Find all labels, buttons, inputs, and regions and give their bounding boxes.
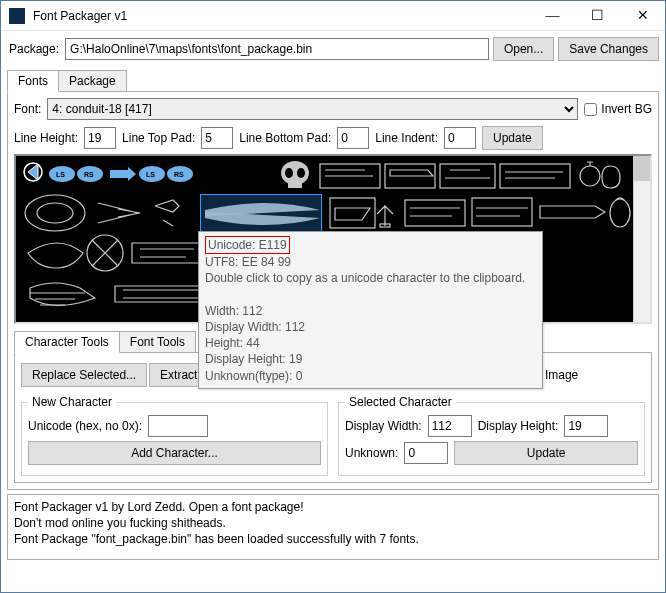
svg-point-18 (580, 166, 600, 186)
package-label: Package: (9, 42, 59, 56)
svg-text:RS: RS (84, 171, 94, 178)
glyph-selected[interactable] (200, 194, 322, 236)
line-bottom-pad-input[interactable] (337, 127, 369, 149)
font-label: Font: (14, 102, 41, 116)
sel-unk-input[interactable] (404, 442, 448, 464)
line-bottom-pad-label: Line Bottom Pad: (239, 131, 331, 145)
log-line: Font Package "font_package.bin" has been… (14, 531, 652, 547)
window-title: Font Packager v1 (33, 9, 530, 23)
line-indent-input[interactable] (444, 127, 476, 149)
scrollbar-thumb[interactable] (634, 156, 650, 181)
line-top-pad-input[interactable] (201, 127, 233, 149)
selected-character-fieldset: Selected Character Display Width: Displa… (338, 395, 645, 476)
log-line: Font Packager v1 by Lord Zedd. Open a fo… (14, 499, 652, 515)
glyph-scrollbar[interactable] (633, 156, 650, 322)
svg-point-25 (610, 199, 630, 227)
tooltip-utf8: UTF8: EE 84 99 (205, 255, 291, 269)
replace-selected-button[interactable]: Replace Selected... (21, 363, 147, 387)
svg-rect-16 (440, 164, 495, 188)
svg-point-12 (297, 168, 305, 178)
svg-rect-13 (288, 182, 302, 188)
add-character-button[interactable]: Add Character... (28, 441, 321, 465)
tooltip-unknown: Unknown(ftype): 0 (205, 369, 302, 383)
sel-update-button[interactable]: Update (454, 441, 638, 465)
save-changes-button[interactable]: Save Changes (558, 37, 659, 61)
sel-dh-input[interactable] (564, 415, 608, 437)
tooltip-disp-height: Display Height: 19 (205, 352, 302, 366)
log-panel[interactable]: Font Packager v1 by Lord Zedd. Open a fo… (7, 494, 659, 560)
svg-text:RS: RS (174, 171, 184, 178)
open-button[interactable]: Open... (493, 37, 554, 61)
line-top-pad-label: Line Top Pad: (122, 131, 195, 145)
package-row: Package: Open... Save Changes (1, 31, 665, 65)
metrics-row: Line Height: Line Top Pad: Line Bottom P… (14, 126, 652, 150)
svg-point-19 (25, 195, 85, 231)
glyph-tooltip: Unicode: E119 UTF8: EE 84 99 Double clic… (198, 231, 543, 389)
minimize-button[interactable]: — (530, 1, 575, 30)
font-select[interactable]: 4: conduit-18 [417] (47, 98, 578, 120)
tooltip-hint: Double click to copy as a unicode charac… (205, 271, 525, 285)
svg-point-20 (37, 203, 73, 223)
new-unicode-label: Unicode (hex, no 0x): (28, 419, 142, 433)
metrics-update-button[interactable]: Update (482, 126, 543, 150)
svg-text:LS: LS (146, 171, 155, 178)
log-line: Don't mod online you fucking shitheads. (14, 515, 652, 531)
invert-bg-check[interactable]: Invert BG (584, 102, 652, 116)
new-character-fieldset: New Character Unicode (hex, no 0x): Add … (21, 395, 328, 476)
selected-character-legend: Selected Character (345, 395, 456, 409)
package-path-input[interactable] (65, 38, 489, 60)
svg-point-11 (285, 168, 293, 178)
line-height-label: Line Height: (14, 131, 78, 145)
svg-text:LS: LS (56, 171, 65, 178)
tooltip-width: Width: 112 (205, 304, 262, 318)
sel-unk-label: Unknown: (345, 446, 398, 460)
tab-font-tools[interactable]: Font Tools (119, 331, 196, 353)
maximize-button[interactable]: ☐ (575, 1, 620, 30)
svg-rect-21 (330, 198, 375, 228)
tooltip-disp-width: Display Width: 112 (205, 320, 305, 334)
app-icon (9, 8, 25, 24)
sel-dw-input[interactable] (428, 415, 472, 437)
svg-rect-24 (472, 198, 532, 226)
new-character-legend: New Character (28, 395, 116, 409)
font-select-row: Font: 4: conduit-18 [417] Invert BG (14, 98, 652, 120)
titlebar: Font Packager v1 — ☐ ✕ (1, 1, 665, 31)
tooltip-unicode: Unicode: E119 (205, 236, 290, 254)
svg-rect-17 (500, 164, 570, 188)
sel-dw-label: Display Width: (345, 419, 422, 433)
invert-bg-checkbox[interactable] (584, 103, 597, 116)
tooltip-height: Height: 44 (205, 336, 260, 350)
new-unicode-input[interactable] (148, 415, 208, 437)
line-indent-label: Line Indent: (375, 131, 438, 145)
svg-marker-0 (28, 164, 38, 180)
line-height-input[interactable] (84, 127, 116, 149)
tab-package[interactable]: Package (58, 70, 127, 92)
svg-rect-23 (405, 200, 465, 226)
tab-fonts[interactable]: Fonts (7, 70, 59, 92)
sel-dh-label: Display Height: (478, 419, 559, 433)
tab-char-tools[interactable]: Character Tools (14, 331, 120, 353)
close-button[interactable]: ✕ (620, 1, 665, 30)
